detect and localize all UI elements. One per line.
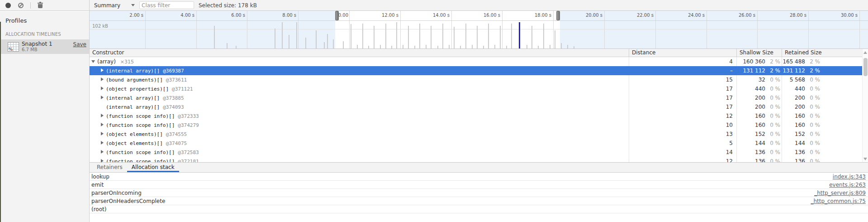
timeline-tick-label: 14.00 s: [411, 13, 450, 18]
expand-arrow-icon[interactable]: [101, 87, 104, 90]
stack-frame-source-link[interactable]: _http_common.js:75: [811, 198, 866, 204]
heap-grid-row[interactable]: (internal array)[]@374093172000 %2000 %: [90, 102, 868, 111]
retained-size-cell: 1360 %: [782, 148, 862, 157]
expand-arrow-icon[interactable]: [101, 96, 104, 99]
distance-cell: 5: [629, 139, 736, 148]
expand-arrow-icon[interactable]: [101, 77, 104, 81]
column-header-distance[interactable]: Distance: [629, 49, 736, 57]
stack-frame-function: parserOnHeadersComplete: [91, 198, 165, 204]
constructor-cell: (function scope info)[]@374279: [90, 121, 629, 130]
distance-cell: 17: [629, 93, 736, 102]
shallow-size-value: 200: [755, 93, 765, 102]
retained-size-percent: 0 %: [805, 121, 821, 130]
shallow-size-cell: 1440 %: [736, 139, 782, 148]
allocation-bar: [460, 46, 461, 48]
stack-frame-source-link[interactable]: events.js:263: [829, 182, 866, 188]
constructor-cell: (bound arguments)[]@373611: [90, 75, 629, 84]
grid-header: Constructor Distance Shallow Size Retain…: [90, 49, 868, 57]
heap-grid-row[interactable]: (internal array)[]@373885172000 %2000 %: [90, 93, 868, 102]
scrollbar-thumb[interactable]: [863, 58, 868, 76]
clear-all-profiles-button[interactable]: [15, 1, 26, 10]
heap-grid-row[interactable]: (array)×3154160 3602 %165 4882 %: [90, 57, 868, 66]
sidebar-item-snapshot-1[interactable]: % Snapshot 1 6.7 MB Save: [0, 39, 90, 54]
heap-grid-row[interactable]: (function scope info)[]@372583141360 %13…: [90, 148, 868, 157]
allocation-bar: [362, 24, 363, 48]
column-header-constructor[interactable]: Constructor: [90, 49, 629, 57]
stack-frame-function: parserOnIncoming: [91, 190, 142, 196]
class-filter-input[interactable]: [139, 1, 194, 9]
retained-size-value: 136: [795, 157, 805, 162]
collapse-arrow-icon[interactable]: [91, 60, 95, 63]
column-header-retained-size[interactable]: Retained Size: [782, 49, 862, 57]
allocation-bar: [368, 46, 369, 48]
retained-size-percent: 0 %: [805, 148, 821, 157]
object-id: @369387: [163, 68, 184, 74]
snapshot-size: 6.7 MB: [22, 47, 52, 52]
heap-grid-row[interactable]: (object properties)[]@371121174400 %4400…: [90, 84, 868, 93]
allocation-bar: [316, 30, 317, 48]
constructor-cell: (object elements)[]@374555: [90, 130, 629, 139]
expand-arrow-icon[interactable]: [101, 68, 104, 72]
allocation-bar: [408, 26, 409, 48]
timeline-tick-label: 12.00 s: [360, 13, 398, 18]
heap-grid-row[interactable]: (object elements)[]@37407551440 %1440 %: [90, 139, 868, 148]
allocation-bar: [357, 45, 358, 48]
allocation-bar: [396, 22, 397, 48]
allocation-bar: [465, 24, 466, 48]
heap-grid-row[interactable]: (function scope info)[]@374279101600 %16…: [90, 121, 868, 130]
delete-profile-button[interactable]: [35, 1, 46, 10]
heap-grid-row[interactable]: (function scope info)[]@372333121600 %16…: [90, 111, 868, 121]
retained-size-cell: 1600 %: [782, 111, 862, 121]
selected-allocation-bar: [519, 22, 520, 48]
stack-frame-row[interactable]: parserOnIncoming_http_server.js:809: [90, 189, 868, 197]
allocation-bar: [437, 46, 438, 48]
stack-frame-row[interactable]: lookupindex.js:343: [90, 173, 868, 181]
expand-arrow-icon[interactable]: [101, 141, 104, 145]
shallow-size-cell: 131 1122 %: [736, 66, 782, 75]
selection-handle-right[interactable]: [556, 11, 560, 20]
stack-frame-row[interactable]: parserOnHeadersComplete_http_common.js:7…: [90, 197, 868, 205]
timeline-gridline: [553, 11, 554, 48]
shallow-size-percent: 0 %: [765, 111, 782, 121]
allocation-bar: [391, 46, 392, 48]
allocation-bar: [477, 26, 478, 48]
heap-grid-row[interactable]: (object elements)[]@374555131520 %1520 %: [90, 130, 868, 139]
retained-size-percent: 2 %: [805, 57, 821, 66]
record-allocation-button[interactable]: [3, 1, 14, 10]
retained-size-percent: 0 %: [805, 75, 821, 84]
allocation-timeline-overview[interactable]: 102 kB 2.00 s4.00 s6.00 s8.00 s10.00 s12…: [90, 11, 868, 48]
timeline-gridline: [349, 11, 350, 48]
save-snapshot-link[interactable]: Save: [73, 41, 86, 48]
shallow-size-value: 144: [755, 139, 765, 148]
expand-arrow-icon[interactable]: [101, 123, 104, 126]
heap-grid-row[interactable]: (function scope info)[]@372181121360 %13…: [90, 157, 868, 162]
stack-frame-source-link[interactable]: _http_server.js:809: [814, 190, 866, 196]
expand-arrow-icon[interactable]: [101, 159, 104, 162]
stack-frame-function: (root): [91, 206, 106, 212]
constructor-cell: (internal array)[]@369387: [90, 66, 629, 75]
selection-handle-left[interactable]: [335, 11, 339, 20]
object-id: @372333: [178, 113, 199, 119]
constructor-name: (function scope info)[]: [106, 150, 175, 155]
scrollbar-down-arrow-icon[interactable]: [863, 158, 867, 160]
expand-arrow-icon[interactable]: [101, 150, 104, 154]
retained-size-cell: 1520 %: [782, 130, 862, 139]
grid-scrollbar[interactable]: [862, 49, 868, 162]
perspective-select[interactable]: Summary: [94, 2, 139, 9]
clear-icon: [18, 3, 24, 8]
stack-frame-row[interactable]: (root): [90, 205, 868, 213]
scrollbar-up-arrow-icon[interactable]: [863, 51, 867, 54]
tab-allocation-stack[interactable]: Allocation stack: [127, 163, 179, 172]
retained-size-percent: 0 %: [805, 84, 821, 93]
heap-grid-row[interactable]: (internal array)[]@369387–131 1122 %131 …: [90, 66, 868, 75]
stack-frame-source-link[interactable]: index.js:343: [833, 174, 866, 180]
retainers-pane: RetainersAllocation stack lookupindex.js…: [90, 162, 868, 222]
expand-arrow-icon[interactable]: [101, 114, 104, 117]
heap-grid-row[interactable]: (bound arguments)[]@37361115320 %5 5680 …: [90, 75, 868, 84]
tab-retainers[interactable]: Retainers: [92, 163, 127, 172]
selected-size-label: Selected size: 178 kB: [199, 2, 257, 9]
column-header-shallow-size[interactable]: Shallow Size: [736, 49, 782, 57]
stack-frame-row[interactable]: emitevents.js:263: [90, 181, 868, 189]
shallow-size-percent: 2 %: [765, 66, 782, 75]
expand-arrow-icon[interactable]: [101, 132, 104, 135]
